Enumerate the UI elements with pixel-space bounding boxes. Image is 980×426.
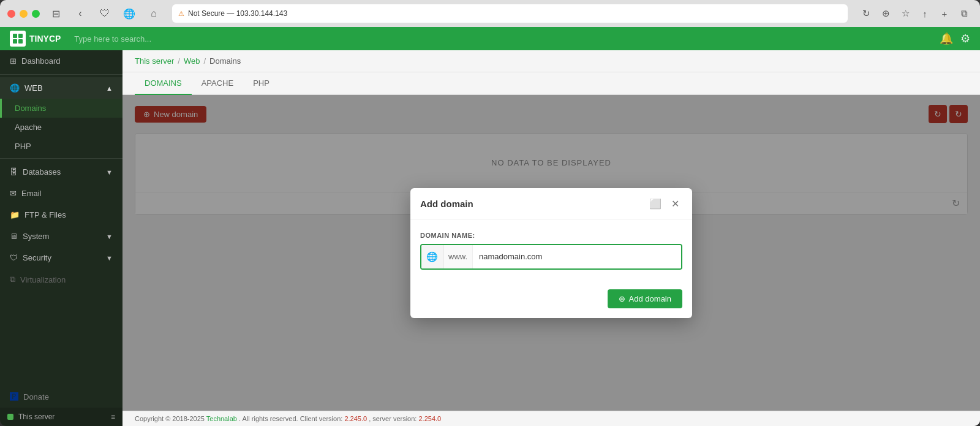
browser-titlebar: ⊟ ‹ 🛡 🌐 ⌂ ⚠ Not Secure — 103.30.144.143 … bbox=[0, 0, 980, 27]
chevron-down-icon-2: ▼ bbox=[106, 233, 113, 240]
sidebar-item-php[interactable]: PHP bbox=[0, 137, 123, 156]
chevron-up-icon: ▲ bbox=[106, 85, 113, 92]
sidebar-item-dashboard[interactable]: ⊞ Dashboard bbox=[0, 50, 123, 72]
sidebar-item-email[interactable]: ✉ Email bbox=[0, 183, 123, 204]
browser-toolbar-right: ↻ ⊕ ☆ ↑ + ⧉ bbox=[858, 5, 973, 22]
shield-icon[interactable]: 🛡 bbox=[96, 5, 113, 22]
extensions-button[interactable]: 🌐 bbox=[121, 5, 138, 22]
layers-icon: ⧉ bbox=[10, 275, 15, 284]
server-menu-icon[interactable]: ≡ bbox=[111, 413, 115, 421]
donate-label: Donate bbox=[23, 392, 49, 401]
databases-label: Databases bbox=[23, 167, 61, 177]
sidebar-item-domains[interactable]: Domains bbox=[0, 99, 123, 118]
add-domain-button[interactable]: ⊕ Add domain bbox=[608, 289, 682, 308]
logo-text: TINYCP bbox=[29, 34, 61, 44]
sidebar-dashboard-label: Dashboard bbox=[21, 56, 61, 66]
sidebar-donate[interactable]: 🅿 Donate bbox=[0, 386, 123, 408]
tab-domains[interactable]: DOMAINS bbox=[135, 72, 192, 95]
add-domain-label: Add domain bbox=[629, 294, 671, 303]
sidebar: ⊞ Dashboard 🌐 WEB ▲ Domains Apache PHP 🗄… bbox=[0, 50, 123, 426]
logo-icon bbox=[10, 31, 26, 47]
ftp-label: FTP & Files bbox=[24, 210, 66, 219]
sidebar-item-apache[interactable]: Apache bbox=[0, 118, 123, 137]
tab-php[interactable]: PHP bbox=[243, 72, 279, 95]
modal-overlay[interactable]: Add domain ⬜ ✕ DOMAIN NAME: 🌐 www. bbox=[123, 95, 980, 411]
web-label: WEB bbox=[24, 83, 43, 93]
app-navbar: TINYCP 🔔 ⚙ bbox=[0, 27, 980, 50]
globe-input-icon: 🌐 bbox=[421, 245, 443, 268]
address-text: Not Secure — 103.30.144.143 bbox=[188, 9, 287, 18]
sidebar-item-databases[interactable]: 🗄 Databases ▼ bbox=[0, 161, 123, 183]
breadcrumb-this-server[interactable]: This server bbox=[135, 56, 174, 66]
svg-rect-3 bbox=[18, 39, 23, 44]
sidebar-item-virtualization[interactable]: ⧉ Virtualization bbox=[0, 268, 123, 291]
download-icon[interactable]: ⊕ bbox=[877, 5, 894, 22]
tabs-bar: DOMAINS APACHE PHP bbox=[123, 72, 980, 95]
modal-close-button[interactable]: ✕ bbox=[668, 197, 682, 211]
content-area: This server / Web / Domains DOMAINS APAC… bbox=[123, 50, 980, 426]
domains-label: Domains bbox=[15, 104, 46, 113]
sidebar-footer: This server ≡ bbox=[0, 408, 123, 426]
svg-rect-1 bbox=[18, 34, 23, 38]
windows-button[interactable]: ⧉ bbox=[956, 5, 973, 22]
sidebar-web-category[interactable]: 🌐 WEB ▲ bbox=[0, 77, 123, 99]
home-button[interactable]: ⌂ bbox=[145, 5, 162, 22]
bookmark-icon[interactable]: ☆ bbox=[897, 5, 914, 22]
chevron-down-icon: ▼ bbox=[106, 169, 113, 176]
share-button[interactable]: ↑ bbox=[916, 5, 933, 22]
server-version: 2.254.0 bbox=[418, 415, 441, 422]
tab-apache[interactable]: APACHE bbox=[192, 72, 244, 95]
domain-input-group: 🌐 www. bbox=[420, 244, 682, 270]
settings-icon[interactable]: ⚙ bbox=[960, 32, 970, 45]
reload-button[interactable]: ↻ bbox=[858, 5, 875, 22]
shield-icon-2: 🛡 bbox=[10, 253, 18, 262]
minimize-button[interactable] bbox=[20, 10, 28, 18]
database-icon: 🗄 bbox=[10, 167, 18, 177]
traffic-lights bbox=[7, 10, 40, 18]
copyright-text: Copyright © 2018-2025 bbox=[135, 415, 205, 422]
breadcrumb-web[interactable]: Web bbox=[184, 56, 200, 66]
sidebar-divider bbox=[0, 74, 123, 75]
rights-text: . All rights reserved. Client version: bbox=[239, 415, 344, 422]
sidebar-item-ftp[interactable]: 📁 FTP & Files bbox=[0, 204, 123, 226]
client-version: 2.245.0 bbox=[344, 415, 367, 422]
search-input[interactable] bbox=[74, 34, 319, 44]
domain-prefix: www. bbox=[443, 245, 473, 268]
grid-icon: ⊞ bbox=[10, 56, 17, 66]
modal-minimize-button[interactable]: ⬜ bbox=[648, 197, 663, 211]
server-label: This server bbox=[18, 413, 55, 421]
sidebar-item-system[interactable]: 🖥 System ▼ bbox=[0, 226, 123, 247]
modal-header: Add domain ⬜ ✕ bbox=[410, 188, 692, 219]
svg-rect-0 bbox=[13, 34, 17, 38]
sidebar-item-security[interactable]: 🛡 Security ▼ bbox=[0, 247, 123, 268]
chevron-down-icon-3: ▼ bbox=[106, 254, 113, 262]
domain-name-label: DOMAIN NAME: bbox=[420, 232, 682, 239]
sidebar-toggle-button[interactable]: ⊟ bbox=[47, 5, 64, 22]
plus-circle-icon: ⊕ bbox=[619, 294, 625, 303]
domain-name-input[interactable] bbox=[473, 245, 681, 268]
folder-icon: 📁 bbox=[10, 210, 20, 219]
modal-body: DOMAIN NAME: 🌐 www. bbox=[410, 219, 692, 282]
app-logo[interactable]: TINYCP bbox=[10, 31, 61, 47]
email-icon: ✉ bbox=[10, 189, 17, 198]
modal-footer: ⊕ Add domain bbox=[410, 282, 692, 318]
modal-title: Add domain bbox=[420, 199, 473, 209]
breadcrumb-sep-2: / bbox=[203, 56, 206, 66]
company-link[interactable]: Technalab bbox=[206, 415, 237, 422]
breadcrumb-domains: Domains bbox=[209, 56, 241, 66]
back-button[interactable]: ‹ bbox=[72, 5, 89, 22]
modal-header-buttons: ⬜ ✕ bbox=[648, 197, 682, 211]
server-icon: 🖥 bbox=[10, 232, 18, 241]
new-tab-button[interactable]: + bbox=[936, 5, 953, 22]
add-domain-modal: Add domain ⬜ ✕ DOMAIN NAME: 🌐 www. bbox=[410, 188, 692, 318]
maximize-button[interactable] bbox=[32, 10, 40, 18]
main-layout: ⊞ Dashboard 🌐 WEB ▲ Domains Apache PHP 🗄… bbox=[0, 50, 980, 426]
close-button[interactable] bbox=[7, 10, 15, 18]
svg-rect-2 bbox=[13, 39, 17, 44]
system-label: System bbox=[23, 232, 49, 241]
address-bar[interactable]: ⚠ Not Secure — 103.30.144.143 bbox=[172, 4, 848, 23]
server-indicator bbox=[7, 414, 13, 420]
php-label: PHP bbox=[15, 142, 31, 151]
page-footer: Copyright © 2018-2025 Technalab . All ri… bbox=[123, 411, 980, 426]
bell-icon[interactable]: 🔔 bbox=[940, 32, 953, 45]
